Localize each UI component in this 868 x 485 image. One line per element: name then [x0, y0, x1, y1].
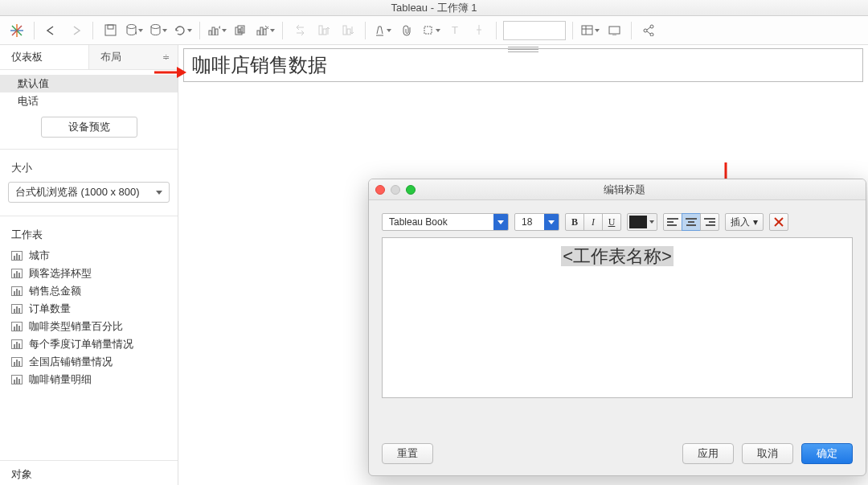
- svg-rect-21: [264, 29, 266, 35]
- svg-rect-28: [424, 27, 432, 34]
- svg-rect-20: [260, 27, 263, 35]
- edit-title-dialog: 编辑标题 Tableau Book 18 B I U 插入 ▾ <工作表名称> …: [368, 179, 866, 476]
- sidebar: 仪表板 布局 默认值 电话 设备预览 大小 台式机浏览器 (1000 x 800…: [0, 45, 178, 485]
- sidebar-item-default[interactable]: 默认值: [0, 75, 178, 92]
- attachment-icon[interactable]: [395, 19, 418, 42]
- undo-icon[interactable]: [171, 19, 194, 42]
- svg-line-38: [647, 27, 650, 30]
- bar-chart-icon: [11, 269, 23, 278]
- objects-header: 对象: [0, 460, 178, 485]
- svg-rect-5: [108, 25, 113, 29]
- svg-line-39: [647, 31, 650, 34]
- tab-dashboard[interactable]: 仪表板: [0, 45, 89, 69]
- show-me-icon[interactable]: [579, 19, 601, 42]
- sheets-header: 工作表: [0, 221, 178, 245]
- svg-rect-19: [257, 31, 260, 35]
- highlight-icon[interactable]: [371, 19, 394, 42]
- new-worksheet-icon[interactable]: [206, 19, 228, 42]
- sidebar-item-sheet[interactable]: 全国店铺销量情况: [0, 353, 178, 371]
- swap-icon[interactable]: [289, 19, 311, 42]
- svg-rect-24: [319, 26, 322, 35]
- font-color-button[interactable]: [627, 213, 657, 231]
- fit-dropdown[interactable]: [503, 21, 566, 40]
- apply-button[interactable]: 应用: [682, 443, 734, 464]
- forward-icon[interactable]: [64, 19, 87, 42]
- app-title-bar: Tableau - 工作簿 1: [0, 0, 868, 16]
- italic-button[interactable]: I: [583, 213, 603, 231]
- new-datasource-icon[interactable]: [123, 19, 145, 42]
- svg-text:T: T: [452, 25, 458, 35]
- sheet-label: 咖啡类型销量百分比: [29, 319, 123, 334]
- pin-icon[interactable]: [468, 19, 490, 42]
- refresh-datasource-icon[interactable]: [147, 19, 170, 42]
- sidebar-item-sheet[interactable]: 订单数量: [0, 300, 178, 318]
- dialog-title: 编辑标题: [421, 183, 827, 197]
- dashboard-title[interactable]: 咖啡店销售数据: [183, 48, 863, 82]
- device-preview-button[interactable]: 设备预览: [41, 117, 137, 138]
- sheet-label: 订单数量: [29, 302, 71, 316]
- sidebar-item-sheet[interactable]: 销售总金额: [0, 282, 178, 300]
- drag-handle-icon[interactable]: [508, 45, 538, 53]
- sheet-label: 销售总金额: [29, 284, 81, 298]
- svg-point-6: [127, 25, 136, 29]
- sheet-label: 城市: [29, 249, 50, 263]
- bar-chart-icon: [11, 251, 23, 261]
- sidebar-item-sheet[interactable]: 城市: [0, 247, 178, 265]
- bar-chart-icon: [11, 339, 23, 349]
- svg-point-36: [650, 25, 653, 28]
- back-icon[interactable]: [40, 19, 63, 42]
- clear-sheet-icon[interactable]: [254, 19, 276, 42]
- title-placeholder-token[interactable]: <工作表名称>: [561, 246, 674, 266]
- size-dropdown[interactable]: 台式机浏览器 (1000 x 800): [8, 182, 170, 203]
- sort-asc-icon[interactable]: [313, 19, 335, 42]
- bar-chart-icon: [11, 375, 23, 384]
- svg-rect-33: [609, 27, 620, 34]
- svg-rect-11: [212, 27, 215, 35]
- tab-layout[interactable]: 布局: [89, 45, 178, 69]
- sidebar-item-sheet[interactable]: 每个季度订单销量情况: [0, 335, 178, 353]
- sidebar-item-sheet[interactable]: 咖啡销量明细: [0, 371, 178, 388]
- duplicate-sheet-icon[interactable]: [230, 19, 252, 42]
- sidebar-item-sheet[interactable]: 顾客选择杯型: [0, 265, 178, 282]
- svg-rect-30: [582, 26, 592, 35]
- svg-rect-25: [323, 29, 326, 35]
- sidebar-item-sheet[interactable]: 咖啡类型销量百分比: [0, 318, 178, 335]
- underline-button[interactable]: U: [602, 213, 621, 231]
- text-icon[interactable]: T: [444, 19, 466, 42]
- svg-point-37: [650, 33, 653, 36]
- align-center-button[interactable]: [682, 213, 701, 231]
- svg-rect-26: [343, 26, 346, 35]
- sidebar-item-phone[interactable]: 电话: [0, 92, 178, 110]
- sort-desc-icon[interactable]: [337, 19, 359, 42]
- svg-point-9: [151, 25, 160, 29]
- align-right-button[interactable]: [700, 213, 719, 231]
- close-traffic-light-icon[interactable]: [375, 185, 385, 195]
- reset-button[interactable]: 重置: [382, 443, 433, 464]
- ok-button[interactable]: 确定: [801, 443, 853, 464]
- size-header: 大小: [0, 154, 178, 179]
- clear-formatting-button[interactable]: [769, 213, 788, 231]
- font-family-select[interactable]: Tableau Book: [382, 213, 509, 231]
- save-icon[interactable]: [99, 19, 121, 42]
- svg-rect-4: [105, 25, 116, 35]
- bar-chart-icon: [11, 322, 23, 331]
- bar-chart-icon: [11, 286, 23, 296]
- svg-point-35: [644, 29, 647, 32]
- svg-rect-12: [215, 29, 218, 35]
- cancel-button[interactable]: 取消: [742, 443, 793, 464]
- share-icon[interactable]: [637, 19, 660, 42]
- svg-rect-27: [347, 29, 350, 35]
- main-toolbar: T: [0, 16, 868, 45]
- align-left-button[interactable]: [663, 213, 682, 231]
- font-size-select[interactable]: 18: [514, 213, 559, 231]
- minimize-traffic-light-icon: [391, 185, 400, 195]
- bold-button[interactable]: B: [565, 213, 584, 231]
- zoom-traffic-light-icon[interactable]: [406, 185, 416, 195]
- tableau-logo-icon: [6, 19, 28, 42]
- title-editor[interactable]: <工作表名称>: [382, 237, 853, 398]
- bar-chart-icon: [11, 304, 23, 314]
- presentation-icon[interactable]: [603, 19, 625, 42]
- crop-icon[interactable]: [420, 19, 442, 42]
- insert-dropdown[interactable]: 插入 ▾: [725, 213, 764, 231]
- sheet-label: 顾客选择杯型: [29, 266, 92, 281]
